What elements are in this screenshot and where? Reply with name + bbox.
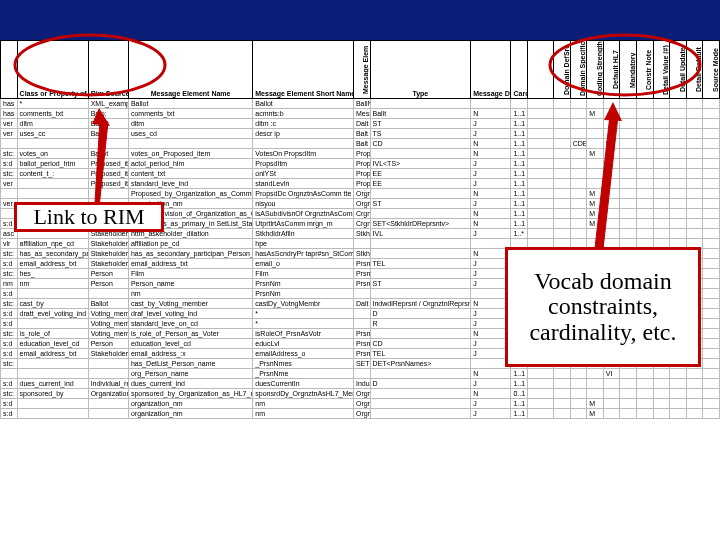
cell [686, 199, 703, 209]
cell: stc: [1, 299, 18, 309]
cell [686, 139, 703, 149]
cell: M [587, 189, 604, 199]
cell: votes_on_Proposed_item [128, 149, 252, 159]
col-card-header: Cardinality [511, 41, 528, 99]
cell [703, 259, 720, 269]
cell [570, 369, 587, 379]
cell [703, 239, 720, 249]
cell: OrgnztnAsHL7Me mbr [353, 389, 370, 399]
cell [620, 399, 637, 409]
cell [88, 189, 128, 199]
cell: has_as_secondary_participan_Person_as_Co… [128, 249, 252, 259]
cell [703, 309, 720, 319]
cell: IVL<TS> [370, 159, 471, 169]
cell [587, 129, 604, 139]
cell [603, 99, 620, 109]
cell: Message type [353, 109, 370, 119]
cell: _PrsnNmes [253, 359, 354, 369]
cell [353, 369, 370, 379]
table-row: stc:votes_onBallotvotes_on_Proposed_item… [1, 149, 720, 159]
cell: sponsrdDy_OrgnztnAsHL7_Membr [253, 389, 354, 399]
cell: ver [1, 119, 18, 129]
cell [620, 229, 637, 239]
cell [17, 359, 88, 369]
cell: OrgnztnAsComm [353, 199, 370, 209]
cell [703, 389, 720, 399]
cell [603, 129, 620, 139]
cell [528, 159, 554, 169]
cell: N [471, 219, 511, 229]
cell: organization_nm [128, 399, 252, 409]
cell [370, 249, 471, 259]
cell: 1..1 [511, 209, 528, 219]
col-rim-source-header: Rim Source Class [88, 41, 128, 99]
cell: J [471, 119, 511, 129]
cell [653, 399, 670, 409]
cell: M [587, 109, 604, 119]
cell [653, 179, 670, 189]
table-row: hascomments_txtBalo:comments_txtacmnts:b… [1, 109, 720, 119]
cell: D [370, 379, 471, 389]
cell: DET<PrsnNames> [370, 359, 471, 369]
cell [587, 369, 604, 379]
cell: StkhdldrAflln [253, 229, 354, 239]
cell [686, 389, 703, 399]
cell [620, 379, 637, 389]
cell: ST [370, 199, 471, 209]
cell [636, 99, 653, 109]
cell [587, 379, 604, 389]
cell [17, 409, 88, 419]
cell: M [587, 199, 604, 209]
cell [686, 99, 703, 109]
table-row: s:dballot_period_htmProposed_itemactol_p… [1, 159, 720, 169]
cell [636, 409, 653, 419]
cell [620, 409, 637, 419]
cell: M [587, 209, 604, 219]
cell [554, 149, 571, 159]
cell: EE [370, 169, 471, 179]
cell [636, 129, 653, 139]
cell [353, 239, 370, 249]
cell [636, 109, 653, 119]
table-row: s:dorganization_nmnmOrgnzinAsHL7MemberJ1… [1, 409, 720, 419]
cell [570, 399, 587, 409]
cell: comments_txt [128, 109, 252, 119]
cell [370, 269, 471, 279]
cell [653, 389, 670, 399]
cell [653, 379, 670, 389]
cell [554, 369, 571, 379]
cell [554, 109, 571, 119]
cell [570, 119, 587, 129]
cell [686, 409, 703, 419]
cell [570, 409, 587, 419]
cell: 1..1 [511, 149, 528, 159]
cell: email_o [253, 259, 354, 269]
cell: stc: [1, 329, 18, 339]
cell: OrgnzinAsHL7Member [353, 409, 370, 419]
col-constr-note-header: Constr Note [636, 41, 653, 99]
table-row: s:dorganization_nmnmOrgnzinAsHL7MemberJ1… [1, 399, 720, 409]
cell: sponsored_by [17, 389, 88, 399]
cell: ST [370, 119, 471, 129]
col-class-property-header: Class or Property of Class (Attribute or… [17, 41, 88, 99]
cell: J [471, 409, 511, 419]
cell [587, 139, 604, 149]
cell: 1..1 [511, 409, 528, 419]
cell [528, 229, 554, 239]
cell [703, 219, 720, 229]
cell: N [471, 109, 511, 119]
cell [528, 109, 554, 119]
cell [587, 229, 604, 239]
cell [370, 289, 471, 299]
cell: isASubdivisnOf OrgnztnAsComm tte [253, 209, 354, 219]
cell: org_Person_name [128, 369, 252, 379]
cell [670, 109, 687, 119]
cell [528, 409, 554, 419]
cell [370, 209, 471, 219]
cell: dltm [128, 119, 252, 129]
cell: content_t_: [17, 169, 88, 179]
cell: Person_name [128, 279, 252, 289]
cell: stc: [1, 149, 18, 159]
cell [570, 389, 587, 399]
cell: CD [370, 139, 471, 149]
